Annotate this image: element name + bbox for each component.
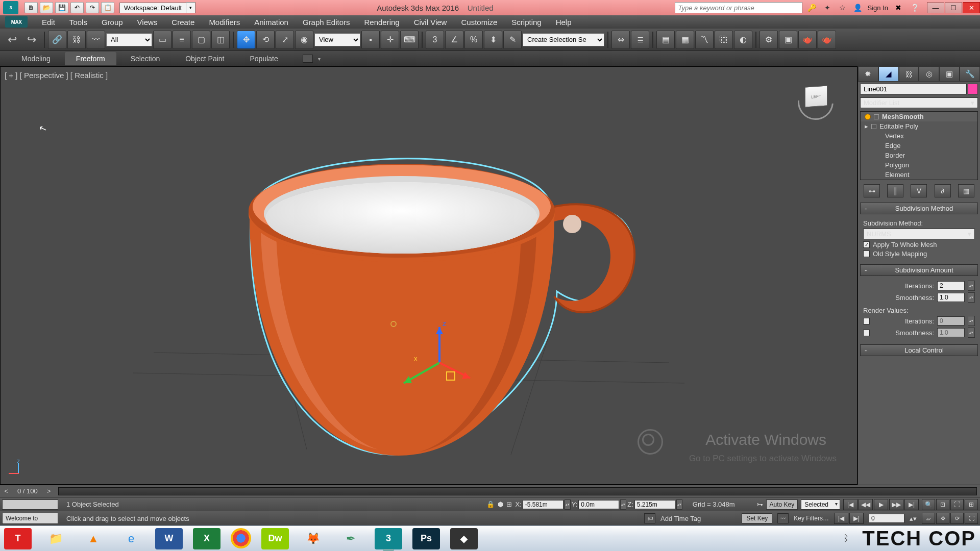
ribbon-drop-icon[interactable]: ▾ <box>318 56 321 62</box>
nav-maximize-button[interactable]: ⛶ <box>965 513 978 524</box>
selection-filter-dropdown[interactable]: All <box>106 33 152 46</box>
modstack-item-meshsmooth[interactable]: MeshSmooth <box>861 112 977 121</box>
workspace-drop-icon[interactable]: ▾ <box>186 2 195 13</box>
window-maximize-button[interactable]: ☐ <box>945 2 962 13</box>
select-rotate-button[interactable]: ⟲ <box>256 31 275 49</box>
configure-sets-button[interactable]: ▦ <box>958 184 974 197</box>
workspace-selector[interactable]: Workspace: Default <box>119 3 186 13</box>
render-setup-button[interactable]: ⚙ <box>760 31 778 49</box>
viewport-label[interactable]: [ + ] [ Perspective ] [ Realistic ] <box>5 71 108 80</box>
render-smoothness-checkbox[interactable] <box>863 330 870 336</box>
ref-coord-dropdown[interactable]: View <box>314 33 360 46</box>
render-smoothness-field[interactable]: 1.0 <box>937 328 965 337</box>
render-iterations-spinner[interactable]: ▴▾ <box>968 316 975 326</box>
timeline-track[interactable] <box>58 487 977 495</box>
menu-edit[interactable]: Edit <box>35 16 62 28</box>
utilities-tab-icon[interactable]: 🔧 <box>960 66 980 82</box>
modstack-item-editable-poly[interactable]: ▸Editable Poly <box>861 121 977 131</box>
modstack-item-polygon[interactable]: Polygon <box>861 160 977 170</box>
modstack-item-vertex[interactable]: Vertex <box>861 131 977 141</box>
qat-save-icon[interactable]: 💾 <box>55 2 68 13</box>
ribbon-tab-freeform[interactable]: Freeform <box>65 52 116 65</box>
object-name-field[interactable] <box>860 84 967 94</box>
x-coord-field[interactable]: -5.581m <box>523 500 564 509</box>
ribbon-color-swatch[interactable] <box>303 55 313 63</box>
application-menu-button[interactable]: MAX <box>5 16 28 28</box>
goto-start-button[interactable]: |◀ <box>843 499 857 510</box>
redo-button[interactable]: ↪ <box>22 31 41 49</box>
qat-open-icon[interactable]: 📂 <box>40 2 53 13</box>
make-unique-button[interactable]: ∀ <box>911 184 927 197</box>
isolate-selection-icon[interactable]: ⬢ <box>498 500 503 508</box>
taskbar-app-chrome[interactable] <box>231 528 251 548</box>
render-production-button[interactable]: 🫖 <box>798 31 817 49</box>
menu-tools[interactable]: Tools <box>62 16 94 28</box>
angle-snap-button[interactable]: ∠ <box>445 31 463 49</box>
z-coord-field[interactable]: 5.215m <box>634 500 675 509</box>
taskbar-app-ie[interactable]: e <box>117 528 145 549</box>
prev-frame-button[interactable]: ◀◀ <box>859 499 873 510</box>
motion-tab-icon[interactable]: ◎ <box>919 66 939 82</box>
create-tab-icon[interactable]: ✸ <box>858 66 878 82</box>
select-manipulate-button[interactable]: ✛ <box>381 31 399 49</box>
bulb-icon[interactable] <box>865 114 871 120</box>
taskbar-app-vlc[interactable]: ▲ <box>80 528 107 549</box>
taskbar-app-app[interactable]: ◆ <box>450 528 478 549</box>
modifier-stack[interactable]: MeshSmooth▸Editable PolyVertexEdgeBorder… <box>860 111 978 180</box>
exchange-icon[interactable]: ✖ <box>892 3 904 13</box>
x-spinner[interactable]: ▴▾ <box>565 499 571 510</box>
show-end-result-button[interactable]: ║ <box>887 184 903 197</box>
spinner-snap-button[interactable]: ⬍ <box>484 31 502 49</box>
iterations-field[interactable]: 2 <box>937 281 965 290</box>
taskbar-app-photoshop[interactable]: Ps <box>412 528 440 549</box>
undo-button[interactable]: ↩ <box>3 31 21 49</box>
old-style-mapping-checkbox[interactable] <box>863 251 870 257</box>
render-iterations-checkbox[interactable] <box>863 318 870 324</box>
goto-end-button[interactable]: ▶| <box>904 499 919 510</box>
rollout-subdivision-amount[interactable]: - Subdivision Amount <box>860 264 978 276</box>
qat-new-icon[interactable]: 🗎 <box>24 2 38 13</box>
next-frame-button[interactable]: ▶▶ <box>889 499 903 510</box>
set-key-button[interactable]: Set Key <box>742 513 772 523</box>
timeline-left-icon[interactable]: < <box>0 488 12 495</box>
select-region-rect-button[interactable]: ▢ <box>192 31 210 49</box>
mirror-button[interactable]: ⇔ <box>611 31 630 49</box>
select-by-name-button[interactable]: ≡ <box>173 31 191 49</box>
menu-views[interactable]: Views <box>130 16 165 28</box>
taskbar-app-dreamweaver[interactable]: Dw <box>261 528 289 549</box>
unlink-button[interactable]: ⛓ <box>67 31 86 49</box>
infocenter-icon[interactable]: 🔑 <box>806 3 818 13</box>
iterations-spinner[interactable]: ▴▾ <box>968 281 975 291</box>
rendered-frame-button[interactable]: ▣ <box>779 31 797 49</box>
tray-bluetooth-icon[interactable]: ᛒ <box>843 533 849 544</box>
edit-named-sel-button[interactable]: ✎ <box>503 31 522 49</box>
select-place-button[interactable]: ◉ <box>295 31 313 49</box>
y-coord-field[interactable]: 0.0m <box>578 500 619 509</box>
subscription-icon[interactable]: ✦ <box>822 3 833 13</box>
menu-group[interactable]: Group <box>94 16 130 28</box>
render-iterations-field[interactable]: 0 <box>937 316 965 325</box>
y-spinner[interactable]: ▴▾ <box>620 499 626 510</box>
menu-customize[interactable]: Customize <box>454 16 504 28</box>
render-smoothness-spinner[interactable]: ▴▾ <box>968 328 975 338</box>
user-icon[interactable]: 👤 <box>852 3 864 13</box>
taskbar-app-explorer[interactable]: 📁 <box>42 528 69 549</box>
key-mode-dropdown[interactable]: Selected <box>801 499 840 510</box>
timeline-right-icon[interactable]: > <box>43 488 55 495</box>
frame-spinner[interactable]: ▴▾ <box>910 515 917 522</box>
modstack-item-border[interactable]: Border <box>861 151 977 160</box>
menu-help[interactable]: Help <box>549 16 579 28</box>
current-frame-field[interactable]: 0 <box>869 514 904 523</box>
display-tab-icon[interactable]: ▣ <box>939 66 960 82</box>
bind-spacewarp-button[interactable]: 〰 <box>87 31 105 49</box>
toggle-ribbon-button[interactable]: ▦ <box>676 31 694 49</box>
taskbar-app-excel[interactable]: X <box>193 528 220 549</box>
signin-link[interactable]: Sign In <box>868 4 888 12</box>
curve-editor-button[interactable]: 〽 <box>695 31 714 49</box>
search-input[interactable] <box>675 2 802 13</box>
lock-selection-icon[interactable]: 🔒 <box>486 500 495 508</box>
object-color-swatch[interactable] <box>968 84 978 94</box>
key-filters-icon[interactable]: 〰 <box>777 513 789 523</box>
apply-whole-mesh-checkbox[interactable]: ✓ <box>863 241 870 248</box>
ribbon-tab-modeling[interactable]: Modeling <box>10 52 62 65</box>
